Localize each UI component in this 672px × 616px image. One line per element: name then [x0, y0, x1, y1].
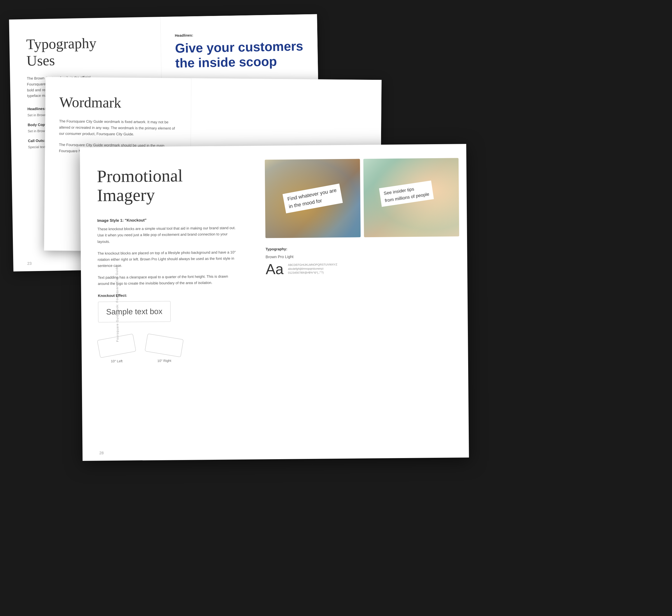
promo-left: Promotional Imagery Image Style 1: "Knoc… — [80, 146, 256, 461]
rotation-right-label: 10° Right — [146, 359, 183, 363]
typography-title: Typography Uses — [26, 34, 116, 69]
rotation-left-box — [97, 334, 136, 358]
sample-text-box: Sample text box — [98, 301, 171, 322]
promo-title: Promotional Imagery — [97, 165, 237, 205]
wordmark-title: Wordmark — [59, 94, 177, 111]
promo-page-number: 28 — [99, 451, 104, 455]
promo-page: Foursquare Guidebook: Foursquare City Gu… — [80, 144, 469, 461]
phone-image: See insider tips from millions of people — [363, 158, 459, 237]
big-aa: Aa — [266, 262, 284, 277]
typography-info-col: Typography: Brown Pro Light Aa ABCDEFGHI… — [265, 245, 459, 276]
knockout-label: Knockout Effect: — [98, 292, 238, 298]
typography-label: Typography: — [265, 245, 459, 251]
rotation-area: 10° Left 10° Right — [98, 336, 239, 363]
food-overlay: Find whatever you are in the mood for — [283, 184, 343, 213]
style-text-1: These knockout blocks are a simple visua… — [97, 225, 238, 245]
typography-sample: Aa ABCDEFGHIJKLMNOPQRSTUVWXYZ abcdefghij… — [266, 260, 459, 276]
food-image: Find whatever you are in the mood for — [265, 159, 361, 238]
rotation-left-label: 10° Left — [99, 359, 135, 363]
rotation-right-box — [145, 333, 184, 357]
knockout-section: Knockout Effect: Sample text box 10° Lef… — [98, 292, 239, 363]
style-text-2: The knockout blocks are placed on top of… — [97, 249, 238, 269]
promo-images: Find whatever you are in the mood for Se… — [265, 158, 459, 238]
style-text-3: Text padding has a clearspace equal to a… — [98, 273, 238, 287]
promo-sidebar-label: Foursquare Guidebook: Foursquare City Gu… — [115, 266, 119, 342]
char-grid: ABCDEFGHIJKLMNOPQRSTUVWXYZ abcdefghijklm… — [288, 263, 344, 275]
typography-font: Brown Pro Light — [266, 253, 459, 259]
phone-overlay: See insider tips from millions of people — [379, 181, 434, 207]
typography-page-number: 23 — [27, 261, 32, 265]
right-headline-text: Give your customers the inside scoop — [175, 39, 304, 71]
promo-right: Find whatever you are in the mood for Se… — [253, 144, 469, 459]
promo-info-row: Typography: Brown Pro Light Aa ABCDEFGHI… — [265, 245, 459, 276]
right-headlines-label: Headlines: — [175, 31, 303, 38]
wordmark-body-1: The Foursquare City Guide wordmark is fi… — [59, 118, 177, 138]
style-label: Image Style 1: "Knockout" — [97, 217, 237, 223]
promo-inner: Promotional Imagery Image Style 1: "Knoc… — [80, 144, 469, 461]
